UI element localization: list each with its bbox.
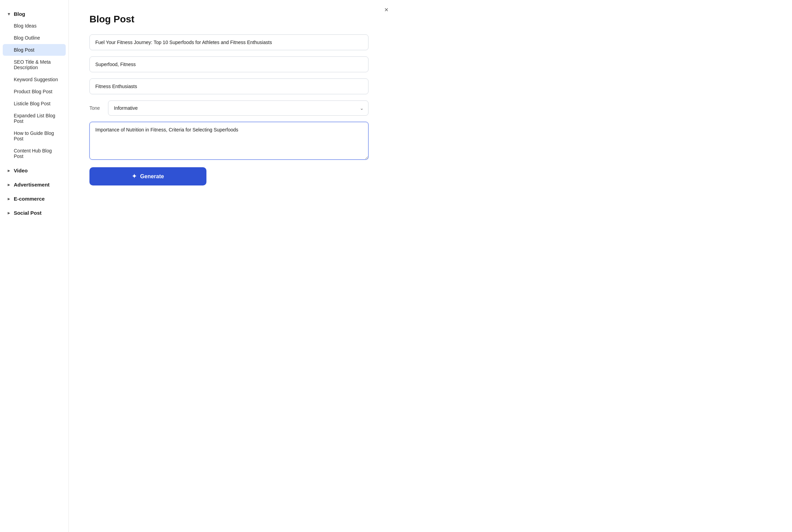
sidebar-item-blog-ideas[interactable]: Blog Ideas xyxy=(3,20,66,32)
sidebar-item-how-to-guide-blog-post[interactable]: How to Guide Blog Post xyxy=(3,127,66,145)
sidebar-section-video-header[interactable]: ► Video xyxy=(0,165,68,176)
tone-select[interactable]: Informative Casual Formal Friendly Profe… xyxy=(108,100,368,116)
title-input[interactable] xyxy=(89,34,368,50)
sidebar-section-blog-label: Blog xyxy=(14,11,25,17)
sidebar-section-blog: ▼ Blog Blog Ideas Blog Outline Blog Post… xyxy=(0,8,68,162)
sidebar-item-expanded-list-blog-post[interactable]: Expanded List Blog Post xyxy=(3,110,66,127)
sidebar: ▼ Blog Blog Ideas Blog Outline Blog Post… xyxy=(0,0,69,532)
tone-select-wrapper: Informative Casual Formal Friendly Profe… xyxy=(108,100,368,116)
sidebar-item-content-hub-blog-post[interactable]: Content Hub Blog Post xyxy=(3,145,66,162)
sidebar-section-ecommerce: ► E-commerce xyxy=(0,193,68,204)
sidebar-item-blog-outline[interactable]: Blog Outline xyxy=(3,32,66,44)
audience-input[interactable] xyxy=(89,78,368,94)
sparkle-icon: ✦ xyxy=(132,173,137,180)
chevron-down-icon: ▼ xyxy=(7,12,11,17)
sidebar-section-social-post-header[interactable]: ► Social Post xyxy=(0,207,68,219)
page-title: Blog Post xyxy=(89,14,368,25)
tone-label: Tone xyxy=(89,105,103,111)
sidebar-item-keyword-suggestion[interactable]: Keyword Suggestion xyxy=(3,74,66,85)
sidebar-blog-items: Blog Ideas Blog Outline Blog Post SEO Ti… xyxy=(0,20,68,162)
sidebar-section-blog-header[interactable]: ▼ Blog xyxy=(0,8,68,20)
chevron-right-icon-3: ► xyxy=(7,196,11,201)
sidebar-section-advertisement-label: Advertisement xyxy=(14,182,50,188)
sidebar-section-ecommerce-label: E-commerce xyxy=(14,196,45,202)
chevron-right-icon-4: ► xyxy=(7,211,11,215)
sidebar-section-video-label: Video xyxy=(14,168,28,173)
title-field xyxy=(89,34,368,50)
tone-row: Tone Informative Casual Formal Friendly … xyxy=(89,100,368,116)
chevron-right-icon-2: ► xyxy=(7,182,11,187)
sidebar-item-blog-post[interactable]: Blog Post xyxy=(3,44,66,56)
audience-field xyxy=(89,78,368,94)
keywords-field xyxy=(89,56,368,72)
chevron-right-icon: ► xyxy=(7,168,11,173)
sidebar-section-advertisement-header[interactable]: ► Advertisement xyxy=(0,179,68,190)
keywords-input[interactable] xyxy=(89,56,368,72)
sidebar-section-social-post-label: Social Post xyxy=(14,210,42,216)
main-content: Blog Post Tone Informative Casual Formal… xyxy=(69,0,396,532)
outline-field: Importance of Nutrition in Fitness, Crit… xyxy=(89,122,368,161)
sidebar-item-listicle-blog-post[interactable]: Listicle Blog Post xyxy=(3,98,66,109)
generate-button-label: Generate xyxy=(140,173,164,180)
sidebar-section-advertisement: ► Advertisement xyxy=(0,179,68,190)
generate-button[interactable]: ✦ Generate xyxy=(89,167,206,185)
close-button[interactable]: × xyxy=(383,5,390,14)
sidebar-section-social-post: ► Social Post xyxy=(0,207,68,219)
outline-textarea[interactable]: Importance of Nutrition in Fitness, Crit… xyxy=(89,122,368,160)
sidebar-item-seo-title[interactable]: SEO Title & Meta Description xyxy=(3,56,66,73)
sidebar-section-video: ► Video xyxy=(0,165,68,176)
sidebar-section-ecommerce-header[interactable]: ► E-commerce xyxy=(0,193,68,204)
sidebar-item-product-blog-post[interactable]: Product Blog Post xyxy=(3,86,66,97)
